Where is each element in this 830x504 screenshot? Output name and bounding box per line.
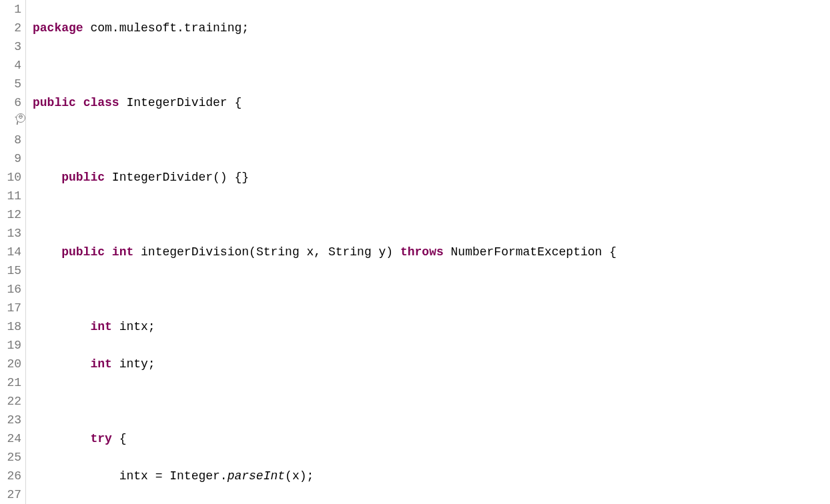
code-line bbox=[33, 56, 616, 75]
line-number: 2 bbox=[3, 19, 21, 37]
code-line: public IntegerDivider() {} bbox=[33, 168, 616, 187]
code-line: try { bbox=[33, 429, 616, 448]
fold-toggle-icon[interactable]: ⊖ bbox=[16, 113, 25, 123]
line-number: 14 bbox=[3, 243, 21, 261]
code-line bbox=[33, 280, 616, 299]
line-number: 16 bbox=[3, 280, 21, 299]
code-line: intx = Integer.parseInt(x); bbox=[33, 467, 616, 485]
line-number: 10 bbox=[3, 168, 21, 187]
line-number: 24 bbox=[3, 429, 21, 448]
line-number: 27 bbox=[3, 485, 21, 504]
line-number: 3 bbox=[3, 37, 21, 56]
code-editor-area[interactable]: package com.mulesoft.training; public cl… bbox=[26, 0, 616, 504]
code-line: package com.mulesoft.training; bbox=[33, 19, 616, 37]
code-line bbox=[33, 131, 616, 149]
code-line: int intx; bbox=[33, 317, 616, 336]
line-number: 13 bbox=[3, 224, 21, 243]
line-number: 9 bbox=[3, 149, 21, 168]
line-number: 6 bbox=[3, 93, 21, 112]
code-line: public int integerDivision(String x, Str… bbox=[33, 243, 616, 261]
line-number: 21 bbox=[3, 373, 21, 392]
line-number: 22 bbox=[3, 392, 21, 411]
line-number: 17 bbox=[3, 299, 21, 317]
line-number: 12 bbox=[3, 205, 21, 224]
line-number: 18 bbox=[3, 317, 21, 336]
line-number: 1 bbox=[3, 0, 21, 19]
line-number: 8 bbox=[3, 131, 21, 149]
line-number: 19 bbox=[3, 336, 21, 355]
line-number: 23 bbox=[3, 411, 21, 429]
line-number: 25 bbox=[3, 448, 21, 467]
line-number: 11 bbox=[3, 187, 21, 205]
code-line bbox=[33, 392, 616, 411]
line-number: 20 bbox=[3, 355, 21, 373]
line-number: 15 bbox=[3, 261, 21, 280]
code-line bbox=[33, 205, 616, 224]
line-number-gutter: 1 2 3 4 5 6 7 8 9 10 11 12 13 14 15 16 1… bbox=[0, 0, 26, 504]
line-number: 4 bbox=[3, 56, 21, 75]
code-line: public class IntegerDivider { bbox=[33, 93, 616, 112]
code-line: int inty; bbox=[33, 355, 616, 373]
line-number: 26 bbox=[3, 467, 21, 485]
line-number: 5 bbox=[3, 75, 21, 93]
